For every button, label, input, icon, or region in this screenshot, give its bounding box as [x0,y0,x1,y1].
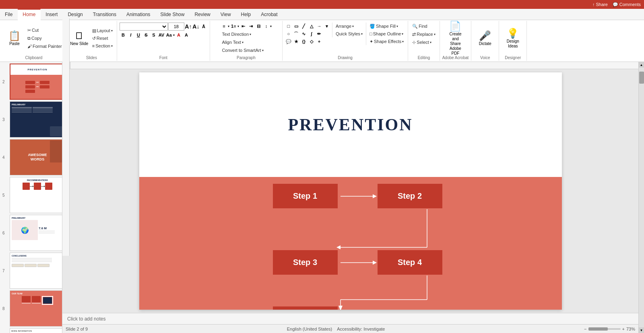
format-painter-button[interactable]: 🖌 Format Painter [26,43,64,50]
notes-bar[interactable]: Click to add notes [62,313,638,324]
slide-thumb-9[interactable]: MORE INFORMATION [10,328,62,333]
underline-button[interactable]: U [135,31,142,39]
scribble-shape[interactable]: ✏ [316,30,323,37]
scroll-up-button[interactable]: ▲ [639,62,644,68]
flowchart-shape[interactable]: ◇ [308,38,315,45]
slide-thumb-2[interactable]: PREVENTION [10,64,62,100]
create-share-pdf-button[interactable]: 📄 Create and ShareAdobe PDF [445,27,466,50]
paragraph-label: Paragraph [237,55,256,60]
strikethrough-button[interactable]: S [142,31,150,39]
share-button[interactable]: ↑ Share [592,2,608,7]
zoom-in-button[interactable]: + [622,327,625,331]
scroll-track[interactable] [639,68,644,327]
step5-box[interactable]: Step 5 [272,306,339,310]
italic-button[interactable]: I [127,31,134,39]
decrease-font-button[interactable]: A↓ [192,23,200,30]
tab-home[interactable]: Home [18,9,41,20]
slide-thumb-3[interactable]: PRELIMINARY [10,101,62,138]
line-shape[interactable]: ╱ [300,23,308,30]
tab-animations[interactable]: Animations [122,9,155,20]
font-family-select[interactable] [120,23,168,31]
line-spacing-button[interactable]: ↕ [262,23,270,30]
tab-file[interactable]: File [0,9,18,20]
star-shape[interactable]: ★ [293,38,300,45]
quick-styles-button[interactable]: Quick Styles ▾ [334,30,364,37]
slide-thumb-7[interactable]: CONCLUSIONS [10,253,62,289]
change-case-button[interactable]: Aa [165,31,173,39]
step4-box[interactable]: Step 4 [377,249,443,275]
step3-box[interactable]: Step 3 [272,249,339,275]
align-text-button[interactable]: Align Text ▾ [220,39,245,46]
tab-design[interactable]: Design [63,9,88,20]
step2-box[interactable]: Step 2 [377,183,443,209]
more-shapes[interactable]: ▾ [323,23,330,30]
copy-button[interactable]: ⧉ Copy [26,35,64,42]
shape-fill-button[interactable]: 🪣 Shape Fill ▾ [368,23,405,30]
zoom-out-button[interactable]: − [584,327,586,331]
section-button[interactable]: ≡ Section ▾ [91,42,114,49]
zoom-controls[interactable]: − + 73% [584,327,635,331]
shape-effects-button[interactable]: ✦ Shape Effects ▾ [368,38,405,45]
slide-canvas[interactable]: PREVENTION [139,72,562,310]
decrease-indent-button[interactable]: ⇤ [239,23,247,30]
scroll-thumb[interactable] [639,72,644,84]
comments-button[interactable]: 💬 Comments [613,2,641,7]
slide-thumb-wrapper-8: 8 OUR TEAM [10,290,60,327]
tab-transitions[interactable]: Transitions [88,9,122,20]
shape-outline-button[interactable]: □ Shape Outline ▾ [368,30,405,37]
language-status: English (United States) [287,327,332,331]
tab-acrobat[interactable]: Acrobat [256,9,283,20]
rectangle-shape[interactable]: □ [285,23,292,30]
design-ideas-button[interactable]: 💡 Design Ideas [502,27,523,50]
replace-button[interactable]: ⇄ Replace ▾ [411,31,437,38]
bracket-shape[interactable]: {} [300,38,308,45]
new-slide-button[interactable]: 🗌 New Slide [69,27,90,50]
section-icon: ≡ [92,43,95,48]
bullets-button[interactable]: ≡ [220,23,227,30]
ribbon-content: 📋 Paste ✂ Cut ⧉ Copy 🖌 Format Painter [0,20,644,62]
highlight-button[interactable]: A [183,31,190,39]
reset-button[interactable]: ↺ Reset [91,35,114,42]
step1-box[interactable]: Step 1 [272,183,339,209]
bold-button[interactable]: B [120,31,127,39]
cut-button[interactable]: ✂ Cut [26,27,64,34]
callout-shape[interactable]: 💬 [285,38,292,45]
tab-insert[interactable]: Insert [41,9,63,20]
convert-smartart-button[interactable]: Convert to SmartArt ▾ [220,47,265,54]
columns-button[interactable]: ⊟ [255,23,262,30]
numbering-button[interactable]: 1≡ [230,23,237,30]
arc-shape[interactable]: ⌒ [293,30,300,37]
paste-button[interactable]: 📋 Paste [4,27,25,50]
slide-thumb-6[interactable]: PRELIMINARY 🌍 7.6 M [10,215,62,251]
freeform-shape[interactable]: ∫ [308,30,315,37]
slide-thumb-5[interactable]: RECOMMENDATIONS → → [10,177,62,213]
tab-review[interactable]: Review [190,9,215,20]
arrow-shape[interactable]: → [316,23,323,30]
shadow-button[interactable]: S [150,31,157,39]
arrange-button[interactable]: Arrange ▾ [334,23,364,30]
text-direction-button[interactable]: Text Direction ▾ [220,31,253,38]
char-spacing-button[interactable]: AV [158,31,165,39]
select-button[interactable]: ⊹ Select ▾ [411,39,437,46]
tab-help[interactable]: Help [236,9,256,20]
layout-button[interactable]: ▤ Layout ▾ [91,27,114,34]
rounded-rect-shape[interactable]: ▭ [293,23,300,30]
increase-indent-button[interactable]: ⇥ [247,23,254,30]
tab-view[interactable]: View [216,9,236,20]
tab-slideshow[interactable]: Slide Show [155,9,190,20]
scroll-down-button[interactable]: ▼ [639,327,644,333]
font-color-button[interactable]: A [175,31,182,39]
equation-shape[interactable]: + [316,38,323,45]
slide-thumb-4[interactable]: AWESOMEWORDS [10,139,62,175]
slide-container[interactable]: PREVENTION [62,69,638,313]
dictate-button[interactable]: 🎤 Dictate [475,27,495,50]
vertical-scrollbar[interactable]: ▲ ▼ [638,62,644,333]
clear-formatting-button[interactable]: Ā [200,23,207,30]
font-size-input[interactable] [168,23,184,31]
curve-shape[interactable]: ∿ [300,30,308,37]
triangle-shape[interactable]: △ [308,23,315,30]
circle-shape[interactable]: ○ [285,30,292,37]
slide-thumb-8[interactable]: OUR TEAM [10,290,62,327]
increase-font-button[interactable]: A↑ [185,23,192,30]
find-button[interactable]: 🔍 Find [411,23,437,30]
